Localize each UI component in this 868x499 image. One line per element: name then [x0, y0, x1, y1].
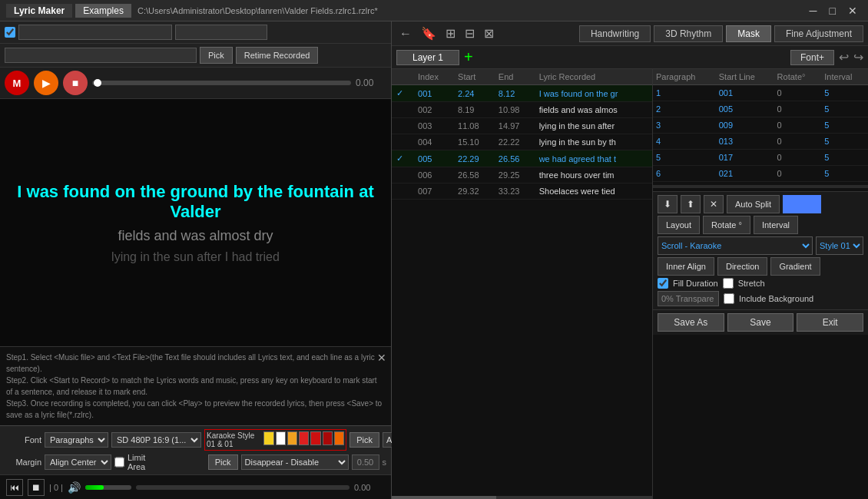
para-row[interactable]: 1 001 0 5 [653, 85, 868, 101]
icon-grid2[interactable]: ⊟ [462, 25, 478, 42]
volume-bar[interactable] [85, 485, 131, 490]
retime-button[interactable]: Retime Recorded [236, 47, 319, 64]
rb-icon3[interactable]: ✕ [704, 195, 724, 213]
stretch-checkbox[interactable] [723, 278, 734, 289]
lyrics-preview: I was found on the ground by the fountai… [0, 99, 391, 346]
direction-button[interactable]: Direction [717, 257, 767, 276]
para-row[interactable]: 6 021 0 5 [653, 166, 868, 182]
tab-fine-adjustment[interactable]: Fine Adjustment [774, 25, 863, 42]
save-row: Save As Save Exit [653, 309, 868, 335]
transpare-input[interactable] [658, 291, 719, 306]
icon-grid3[interactable]: ⊠ [481, 25, 497, 42]
para-row[interactable]: 4 013 0 5 [653, 134, 868, 150]
bottom-row-2: Margin Align Center Limit Area Pick Disa… [5, 453, 386, 471]
pick-appear-button[interactable]: Pick [350, 432, 379, 448]
rb-icon2[interactable]: ⬆ [681, 195, 701, 213]
font-label: Font [5, 435, 41, 444]
stop-button[interactable]: ■ [63, 71, 88, 95]
inner-align-button[interactable]: Inner Align [658, 257, 714, 276]
icon-back[interactable]: ← [396, 25, 415, 42]
margin-select[interactable]: Align Center [45, 454, 111, 470]
steps-close-button[interactable]: ✕ [377, 350, 386, 366]
para-row[interactable]: 2 005 0 5 [653, 101, 868, 117]
close-button[interactable]: ✕ [843, 5, 862, 17]
scroll-select[interactable]: Scroll - Karaoke [658, 236, 813, 255]
undo-button[interactable]: ↩ [839, 50, 849, 64]
row-end-cell: 33.23 [494, 183, 535, 200]
font-plus-button[interactable]: Font+ [790, 50, 834, 65]
color-yellow[interactable] [263, 431, 273, 445]
font-select[interactable]: Paragraphs [45, 432, 108, 448]
save-button[interactable]: Save [727, 313, 794, 332]
limit-area-checkbox[interactable] [114, 457, 124, 468]
table-row[interactable]: 006 26.58 29.25 three hours over tim [392, 167, 652, 183]
color-red1[interactable] [299, 431, 309, 445]
examples-tab[interactable]: Examples [75, 4, 131, 18]
gradient-button[interactable]: Gradient [770, 257, 820, 276]
style-select[interactable]: Style 01 [816, 236, 863, 255]
para-start-cell: 005 [716, 101, 774, 117]
icon-bookmark[interactable]: 🔖 [418, 25, 439, 42]
para-start-cell: 017 [716, 150, 774, 166]
interval-button[interactable]: Interval [754, 216, 798, 234]
icon-grid1[interactable]: ⊞ [442, 25, 459, 42]
redo-button[interactable]: ↪ [853, 50, 863, 64]
add-layer-button[interactable]: + [464, 48, 473, 66]
scroll-thumb [392, 496, 496, 499]
disappear-time[interactable] [352, 454, 379, 470]
layout-button[interactable]: Layout [658, 216, 700, 234]
para-row[interactable]: 5 017 0 5 [653, 150, 868, 166]
pb-stop2-button[interactable]: ⏹ [28, 479, 45, 496]
rb-icon1[interactable]: ⬇ [658, 195, 678, 213]
exit-button[interactable]: Exit [797, 313, 863, 332]
auto-split-button[interactable]: Auto Split [727, 195, 780, 213]
main-progress-bar[interactable] [136, 485, 350, 490]
resolution-select[interactable]: SD 480P 16:9 (1... [111, 432, 201, 448]
table-row[interactable]: 003 11.08 14.97 lying in the sun after [392, 118, 652, 134]
color-orange[interactable] [287, 431, 297, 445]
include-bg-checkbox[interactable] [724, 293, 734, 304]
controls-row-2: Text = Various Artists - Valder Fields P… [0, 44, 391, 68]
rotate-button[interactable]: Rotate ° [703, 216, 750, 234]
table-row[interactable]: ✓ 001 2.24 8.12 I was found on the gr [392, 85, 652, 102]
table-row[interactable]: 007 29.32 33.23 Shoelaces were tied [392, 183, 652, 200]
disappear-select[interactable]: Disappear - Disable [241, 454, 349, 470]
lyrics-table: Index Start End Lyric Recorded ✓ 001 2.2… [392, 69, 652, 200]
maximize-button[interactable]: □ [825, 5, 840, 17]
color-orange2[interactable] [334, 431, 344, 445]
row-start-cell: 22.29 [453, 150, 494, 167]
color-strip: Karaoke Style 01 & 01 [204, 429, 346, 451]
row-check-cell: ✓ [392, 150, 413, 167]
color-red3[interactable] [323, 431, 333, 445]
text-input[interactable]: Text = Various Artists - Valder Fields [5, 48, 197, 63]
table-row[interactable]: 002 8.19 10.98 fields and was almos [392, 102, 652, 118]
para-num-cell: 2 [653, 101, 716, 117]
tab-3d-rhythm[interactable]: 3D Rhythm [654, 25, 723, 42]
para-row[interactable]: 3 009 0 5 [653, 117, 868, 134]
row-index-cell: 004 [413, 134, 453, 150]
layer-row: Layer 1 + Font+ ↩ ↪ [392, 46, 868, 69]
color-white[interactable] [276, 431, 286, 445]
color-red2[interactable] [310, 431, 320, 445]
play-button[interactable]: ▶ [34, 71, 58, 95]
music-input[interactable]: Music = Valder Fields.mp3 [18, 25, 172, 40]
steps-info: ✕ Step1. Select <Music file> and <Text F… [0, 346, 391, 425]
pb-prev-button[interactable]: ⏮ [6, 479, 23, 496]
pick-button[interactable]: Pick [200, 47, 233, 64]
tab-mask[interactable]: Mask [726, 25, 771, 42]
para-rotate-cell: 0 [774, 101, 822, 117]
save-as-button[interactable]: Save As [658, 313, 724, 332]
table-row[interactable]: ✓ 005 22.29 26.56 we had agreed that t [392, 150, 652, 167]
fill-duration-checkbox[interactable] [658, 278, 668, 289]
pick-disappear-button[interactable]: Pick [208, 454, 238, 470]
stretch-label: Stretch [738, 279, 765, 288]
music-checkbox[interactable] [5, 27, 15, 38]
tab-handwriting[interactable]: Handwriting [579, 25, 651, 42]
m-button[interactable]: M [5, 71, 29, 95]
table-row[interactable]: 004 15.10 22.22 lying in the sun by th [392, 134, 652, 150]
progress-bar[interactable] [92, 81, 351, 85]
row-lyric-cell: I was found on the gr [535, 85, 652, 102]
particle-input[interactable]: Particle = [175, 25, 267, 40]
minimize-button[interactable]: ─ [805, 5, 822, 17]
row-end-cell: 8.12 [494, 85, 535, 102]
